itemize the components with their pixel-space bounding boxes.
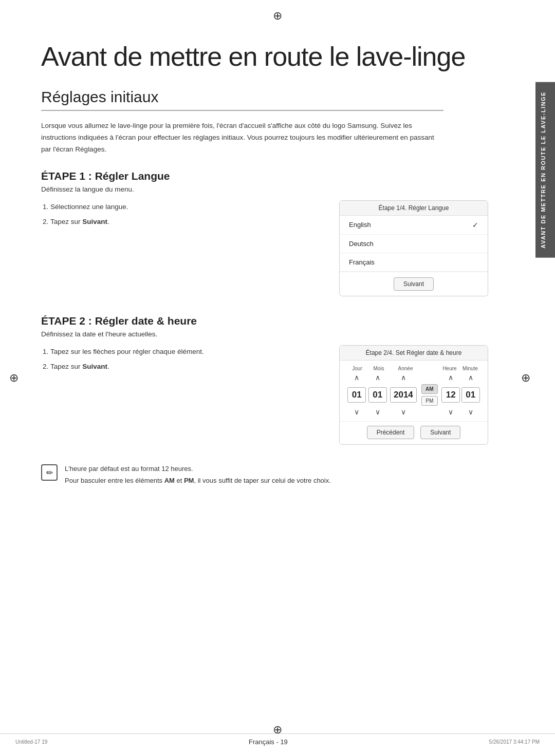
note-text: L'heure par défaut est au format 12 heur… xyxy=(65,463,331,486)
label-jour: Jour xyxy=(347,366,367,371)
dt-labels-row: Jour Mois Année Heure Minute xyxy=(347,366,480,371)
step1-instruction-2: Tapez sur Suivant. xyxy=(50,215,319,229)
note-box: ✏ L'heure par défaut est au format 12 he… xyxy=(41,463,435,486)
step2-section: ÉTAPE 2 : Régler date & heure Définissez… xyxy=(41,315,488,445)
datetime-picker: Jour Mois Année Heure Minute ∧ xyxy=(340,361,488,422)
checkmark-icon: ✓ xyxy=(472,221,478,229)
am-button[interactable]: AM xyxy=(421,384,438,394)
dt-minute-cell: 01 xyxy=(460,387,480,403)
dt-jour-up: ∧ xyxy=(347,373,367,382)
dt-ampm-buttons: AM PM xyxy=(420,384,439,406)
lang-francais-label: Français xyxy=(349,258,375,266)
heure-up-arrow[interactable]: ∧ xyxy=(448,373,453,382)
step2-instructions: Tapez sur les flèches pour régler chaque… xyxy=(41,345,319,375)
dt-annee-cell: 2014 xyxy=(388,387,418,403)
ampm-stack: AM PM xyxy=(421,384,438,406)
dt-heure-down: ∨ xyxy=(440,408,460,417)
lang-deutsch-label: Deutsch xyxy=(349,240,374,248)
step2-instruction-2: Tapez sur Suivant. xyxy=(50,360,319,373)
page-title: Avant de mettre en route le lave-linge xyxy=(41,41,488,72)
dt-values-row: 01 01 2014 AM PM xyxy=(347,384,480,406)
side-tab: AVANT DE METTRE EN ROUTE LE LAVE-LINGE xyxy=(535,82,555,258)
dt-heure-up: ∧ xyxy=(440,373,460,382)
step1-ui-footer: Suivant xyxy=(340,272,488,296)
dt-jour-value: 01 xyxy=(347,387,366,403)
lang-item-deutsch[interactable]: Deutsch xyxy=(340,235,488,253)
dt-down-row: ∨ ∨ ∨ ∨ xyxy=(347,408,480,417)
dt-minute-down: ∨ xyxy=(460,408,480,417)
lang-english-label: English xyxy=(349,221,371,229)
compass-right-icon: ⊕ xyxy=(521,371,530,385)
footer-center: Français - 19 xyxy=(249,738,288,746)
mois-up-arrow[interactable]: ∧ xyxy=(375,373,380,382)
dt-annee-value: 2014 xyxy=(390,387,417,403)
step1-instructions: Sélectionnez une langue. Tapez sur Suiva… xyxy=(41,200,319,231)
step2-ui-footer: Précédent Suivant xyxy=(340,421,488,444)
dt-up-row: ∧ ∧ ∧ ∧ xyxy=(347,373,480,382)
step2-ui-header: Étape 2/4. Set Régler date & heure xyxy=(340,346,488,361)
step2-ui-box: Étape 2/4. Set Régler date & heure Jour … xyxy=(339,345,488,445)
annee-up-arrow[interactable]: ∧ xyxy=(401,373,406,382)
dt-minute-up: ∧ xyxy=(460,373,480,382)
lang-item-english[interactable]: English ✓ xyxy=(340,216,488,235)
lang-item-francais[interactable]: Français xyxy=(340,253,488,272)
step1-ui-header: Étape 1/4. Régler Langue xyxy=(340,201,488,216)
page-footer: Untitled-17 19 Français - 19 5/26/2017 3… xyxy=(0,733,555,746)
annee-down-arrow[interactable]: ∨ xyxy=(401,408,406,417)
step2-precedent-button[interactable]: Précédent xyxy=(367,426,415,439)
pm-button[interactable]: PM xyxy=(421,396,438,406)
dt-jour-cell: 01 xyxy=(347,387,367,403)
dt-mois-cell: 01 xyxy=(367,387,388,403)
footer-right: 5/26/2017 3:44:17 PM xyxy=(489,739,540,745)
step2-subtitle: Définissez la date et l'heure actuelles. xyxy=(41,330,488,338)
jour-down-arrow[interactable]: ∨ xyxy=(354,408,359,417)
mois-down-arrow[interactable]: ∨ xyxy=(375,408,380,417)
dt-mois-down: ∨ xyxy=(367,408,389,417)
main-content: Avant de mettre en route le lave-linge R… xyxy=(41,41,514,486)
step2-suivant-button[interactable]: Suivant xyxy=(420,426,460,439)
dt-annee-up: ∧ xyxy=(388,373,418,382)
label-minute: Minute xyxy=(460,366,480,371)
dt-heure-cell: 12 xyxy=(441,387,461,403)
jour-up-arrow[interactable]: ∧ xyxy=(354,373,359,382)
step1-suivant-button[interactable]: Suivant xyxy=(394,277,434,291)
minute-up-arrow[interactable]: ∧ xyxy=(468,373,473,382)
compass-left-icon: ⊕ xyxy=(9,371,18,385)
step1-subtitle: Définissez la langue du menu. xyxy=(41,185,488,193)
label-mois: Mois xyxy=(367,366,390,371)
dt-mois-up: ∧ xyxy=(367,373,389,382)
intro-text: Lorsque vous allumez le lave-linge pour … xyxy=(41,120,435,156)
label-heure: Heure xyxy=(439,366,460,371)
note-icon: ✏ xyxy=(41,464,58,481)
dt-mois-value: 01 xyxy=(368,387,387,403)
step2-title: ÉTAPE 2 : Régler date & heure xyxy=(41,315,488,327)
heure-down-arrow[interactable]: ∨ xyxy=(448,408,453,417)
compass-top-icon: ⊕ xyxy=(273,9,282,23)
pencil-icon: ✏ xyxy=(46,468,53,478)
page-container: ⊕ ⊕ ⊕ AVANT DE METTRE EN ROUTE LE LAVE-L… xyxy=(0,0,555,756)
dt-jour-down: ∨ xyxy=(347,408,367,417)
note-line1: L'heure par défaut est au format 12 heur… xyxy=(65,463,331,475)
step1-section: ÉTAPE 1 : Régler Langue Définissez la la… xyxy=(41,170,488,296)
label-annee: Année xyxy=(390,366,421,371)
dt-annee-down: ∨ xyxy=(388,408,418,417)
dt-minute-value: 01 xyxy=(461,387,480,403)
step2-instruction-1: Tapez sur les flèches pour régler chaque… xyxy=(50,345,319,358)
step1-instruction-1: Sélectionnez une langue. xyxy=(50,200,319,214)
step1-content: Sélectionnez une langue. Tapez sur Suiva… xyxy=(41,200,488,296)
language-list: English ✓ Deutsch Français xyxy=(340,216,488,272)
dt-heure-value: 12 xyxy=(441,387,460,403)
minute-down-arrow[interactable]: ∨ xyxy=(468,408,473,417)
footer-left: Untitled-17 19 xyxy=(15,739,47,745)
section-title: Réglages initiaux xyxy=(41,88,443,111)
step2-content: Tapez sur les flèches pour régler chaque… xyxy=(41,345,488,445)
step1-title: ÉTAPE 1 : Régler Langue xyxy=(41,170,488,182)
note-line2: Pour basculer entre les éléments AM et P… xyxy=(65,475,331,486)
step1-ui-box: Étape 1/4. Régler Langue English ✓ Deuts… xyxy=(339,200,488,296)
